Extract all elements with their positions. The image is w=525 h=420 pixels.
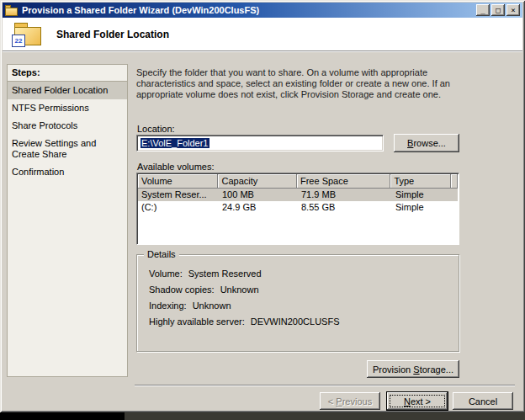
detail-field: Indexing:Unknown: [149, 300, 459, 311]
detail-field: Highly available server:DEVWIN200CLUSFS: [149, 316, 459, 327]
calendar-badge-icon: 22: [12, 35, 25, 47]
cell-free-space: 8.55 GB: [298, 201, 392, 214]
column-header-capacity[interactable]: Capacity: [218, 174, 297, 189]
sidebar-item-shared-folder-location: Shared Folder Location: [8, 82, 127, 99]
cell-capacity: 100 MB: [219, 189, 298, 201]
steps-panel: Steps: Shared Folder Location NTFS Permi…: [7, 64, 128, 377]
column-header-type[interactable]: Type: [390, 174, 451, 189]
minimize-button[interactable]: _: [476, 4, 490, 16]
window-folder-icon: [5, 5, 19, 16]
shared-folder-icon: 22: [12, 21, 44, 48]
detail-value: Unknown: [220, 284, 259, 295]
window-title: Provision a Shared Folder Wizard (DevWin…: [22, 5, 475, 15]
sidebar-item-ntfs-permissions: NTFS Permissions: [8, 99, 127, 117]
cell-type: Simple: [392, 201, 453, 214]
location-input[interactable]: E:\VolE_Folder1: [136, 135, 384, 152]
previous-button[interactable]: < Previous: [320, 392, 380, 410]
volumes-table-header: Volume Capacity Free Space Type: [138, 174, 458, 189]
steps-heading: Steps:: [8, 65, 127, 82]
column-header-free-space[interactable]: Free Space: [297, 174, 390, 189]
detail-value: Unknown: [193, 300, 231, 311]
detail-label: Volume:: [149, 268, 183, 279]
maximize-icon: □: [496, 6, 500, 14]
browse-button[interactable]: Browse...: [394, 134, 459, 152]
available-volumes-label: Available volumes:: [137, 162, 215, 172]
table-row[interactable]: (C:) 24.9 GB 8.55 GB Simple: [138, 201, 458, 214]
title-bar[interactable]: Provision a Shared Folder Wizard (DevWin…: [3, 3, 522, 18]
desktop: Provision a Shared Folder Wizard (DevWin…: [0, 0, 525, 420]
cell-type: Simple: [392, 189, 453, 201]
table-row[interactable]: System Reser... 100 MB 71.9 MB Simple: [138, 189, 458, 201]
location-input-selected-text: E:\VolE_Folder1: [141, 138, 209, 148]
desktop-strip: [0, 412, 525, 420]
minimize-icon: _: [480, 6, 485, 14]
detail-value: System Reserved: [188, 268, 262, 279]
volumes-table: Volume Capacity Free Space Type System R…: [136, 173, 459, 245]
sidebar-item-review-settings: Review Settings and Create Share: [8, 135, 127, 163]
detail-label: Indexing:: [149, 300, 187, 311]
provision-storage-button[interactable]: Provision Storage...: [367, 360, 459, 378]
detail-field: Shadow copies:Unknown: [149, 284, 459, 295]
details-group-title: Details: [144, 249, 179, 259]
detail-label: Highly available server:: [149, 316, 245, 327]
cancel-button[interactable]: Cancel: [453, 392, 513, 410]
cell-capacity: 24.9 GB: [219, 201, 298, 214]
detail-label: Shadow copies:: [149, 284, 215, 295]
close-button[interactable]: ×: [506, 4, 520, 16]
page-title: Shared Folder Location: [56, 29, 169, 40]
close-icon: ×: [511, 6, 515, 14]
details-groupbox: Details Volume:System Reserved Shadow co…: [136, 254, 459, 352]
footer-separator: [135, 385, 515, 386]
sidebar-item-share-protocols: Share Protocols: [8, 117, 127, 135]
column-header-filler: [451, 174, 458, 189]
sidebar-item-confirmation: Confirmation: [8, 163, 127, 181]
detail-value: DEVWIN200CLUSFS: [251, 316, 340, 327]
location-label: Location:: [137, 124, 175, 134]
cell-free-space: 71.9 MB: [298, 189, 392, 201]
column-header-volume[interactable]: Volume: [138, 174, 218, 189]
maximize-button[interactable]: □: [491, 4, 505, 16]
cell-volume: System Reser...: [138, 189, 219, 201]
cell-volume: (C:): [138, 201, 219, 214]
detail-field: Volume:System Reserved: [149, 268, 459, 279]
wizard-header: 22 Shared Folder Location: [3, 18, 522, 51]
page-description: Specify the folder that you want to shar…: [136, 67, 466, 100]
next-button[interactable]: Next >: [387, 392, 448, 410]
wizard-window: Provision a Shared Folder Wizard (DevWin…: [0, 0, 525, 412]
